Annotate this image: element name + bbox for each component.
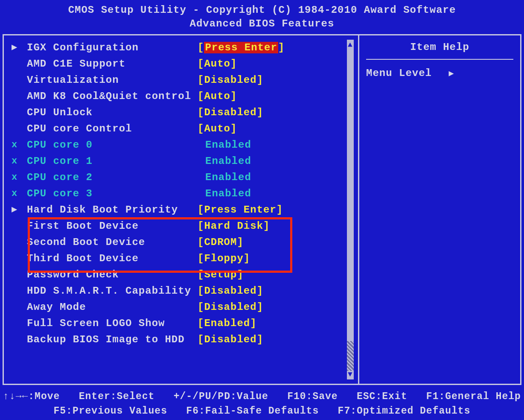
setting-value: Enabled xyxy=(198,153,251,169)
setting-row: xCPU core 0Enabled xyxy=(12,137,344,153)
setting-label: Virtualization xyxy=(27,72,198,88)
disabled-x-icon: x xyxy=(12,186,27,202)
setting-value[interactable]: [Auto] xyxy=(198,88,237,105)
scrollbar[interactable]: ▲ ▼ xyxy=(347,40,354,379)
setting-label: First Boot Device xyxy=(27,218,198,234)
scroll-up-icon[interactable]: ▲ xyxy=(348,41,353,48)
disabled-x-icon: x xyxy=(12,137,27,153)
setting-label: CPU core Control xyxy=(27,121,198,137)
scroll-thumb[interactable] xyxy=(347,341,354,371)
setting-label: IGX Configuration xyxy=(27,40,198,56)
setting-row: xCPU core 2Enabled xyxy=(12,169,344,186)
marker-blank xyxy=(12,218,27,234)
submenu-arrow-icon: ▶ xyxy=(12,40,27,56)
setting-row[interactable]: CPU core Control[Auto] xyxy=(12,121,344,137)
marker-blank xyxy=(12,234,27,251)
setting-row[interactable]: CPU Unlock[Disabled] xyxy=(12,105,344,121)
scroll-down-icon[interactable]: ▼ xyxy=(348,371,353,378)
setting-value: Enabled xyxy=(198,137,251,153)
setting-label: Full Screen LOGO Show xyxy=(27,315,198,332)
help-title: Item Help xyxy=(366,41,513,60)
setting-label: Backup BIOS Image to HDD xyxy=(27,332,198,348)
setting-row[interactable]: ▶IGX Configuration[Press Enter] xyxy=(12,40,344,56)
setting-label: Third Boot Device xyxy=(27,251,198,267)
setting-value[interactable]: [Setup] xyxy=(198,267,244,283)
setting-value[interactable]: [Disabled] xyxy=(198,72,263,88)
marker-blank xyxy=(12,121,27,137)
marker-blank xyxy=(12,251,27,267)
setting-row[interactable]: HDD S.M.A.R.T. Capability[Disabled] xyxy=(12,283,344,299)
setting-value[interactable]: [Disabled] xyxy=(198,283,263,299)
marker-blank xyxy=(12,72,27,88)
marker-blank xyxy=(12,105,27,121)
marker-blank xyxy=(12,315,27,332)
setting-row: xCPU core 3Enabled xyxy=(12,186,344,202)
setting-row[interactable]: Away Mode[Disabled] xyxy=(12,299,344,315)
marker-blank xyxy=(12,332,27,348)
bios-screen: CMOS Setup Utility - Copyright (C) 1984-… xyxy=(0,0,524,420)
marker-blank xyxy=(12,267,27,283)
footer-hints: ↑↓→←:Move Enter:Select +/-/PU/PD:Value F… xyxy=(3,385,521,420)
settings-pane: ▶IGX Configuration[Press Enter]AMD C1E S… xyxy=(4,35,358,384)
setting-label: CPU Unlock xyxy=(27,105,198,121)
marker-blank xyxy=(12,299,27,315)
setting-label: Hard Disk Boot Priority xyxy=(27,202,198,218)
setting-row[interactable]: ▶Hard Disk Boot Priority[Press Enter] xyxy=(12,202,344,218)
setting-row[interactable]: Virtualization[Disabled] xyxy=(12,72,344,88)
setting-row[interactable]: Second Boot Device[CDROM] xyxy=(12,234,344,251)
setting-value: Enabled xyxy=(198,186,251,202)
setting-row[interactable]: Backup BIOS Image to HDD[Disabled] xyxy=(12,332,344,348)
setting-value[interactable]: [Hard Disk] xyxy=(198,218,270,234)
setting-row[interactable]: Password Check[Setup] xyxy=(12,267,344,283)
setting-row[interactable]: First Boot Device[Hard Disk] xyxy=(12,218,344,234)
header-page-title: Advanced BIOS Features xyxy=(3,17,521,31)
header-copyright: CMOS Setup Utility - Copyright (C) 1984-… xyxy=(3,3,521,17)
setting-row: xCPU core 1Enabled xyxy=(12,153,344,169)
setting-value[interactable]: [Press Enter] xyxy=(198,202,283,218)
setting-value: Enabled xyxy=(198,169,251,186)
setting-value[interactable]: [Press Enter] xyxy=(198,40,285,56)
menu-level: Menu Level ▶ xyxy=(366,67,513,79)
marker-blank xyxy=(12,283,27,299)
setting-label: CPU core 1 xyxy=(27,153,198,169)
setting-label: CPU core 3 xyxy=(27,186,198,202)
setting-label: CPU core 2 xyxy=(27,169,198,186)
main-panel: ▶IGX Configuration[Press Enter]AMD C1E S… xyxy=(3,34,521,385)
setting-value[interactable]: [Enabled] xyxy=(198,315,257,332)
disabled-x-icon: x xyxy=(12,169,27,186)
setting-label: Second Boot Device xyxy=(27,234,198,251)
footer-line1: ↑↓→←:Move Enter:Select +/-/PU/PD:Value F… xyxy=(3,391,521,402)
setting-row[interactable]: Third Boot Device[Floppy] xyxy=(12,251,344,267)
menu-level-arrow-icon: ▶ xyxy=(448,69,454,79)
submenu-arrow-icon: ▶ xyxy=(12,202,27,218)
setting-label: Away Mode xyxy=(27,299,198,315)
setting-value[interactable]: [Auto] xyxy=(198,56,237,72)
settings-list[interactable]: ▶IGX Configuration[Press Enter]AMD C1E S… xyxy=(12,40,344,379)
marker-blank xyxy=(12,56,27,72)
setting-label: CPU core 0 xyxy=(27,137,198,153)
setting-row[interactable]: AMD C1E Support[Auto] xyxy=(12,56,344,72)
setting-row[interactable]: AMD K8 Cool&Quiet control[Auto] xyxy=(12,88,344,105)
setting-value[interactable]: [Disabled] xyxy=(198,105,263,121)
setting-value[interactable]: [Disabled] xyxy=(198,332,263,348)
setting-value[interactable]: [Auto] xyxy=(198,121,237,137)
setting-value[interactable]: [Disabled] xyxy=(198,299,263,315)
disabled-x-icon: x xyxy=(12,153,27,169)
help-pane: Item Help Menu Level ▶ xyxy=(358,35,520,384)
setting-label: AMD K8 Cool&Quiet control xyxy=(27,88,198,105)
setting-label: HDD S.M.A.R.T. Capability xyxy=(27,283,198,299)
setting-label: Password Check xyxy=(27,267,198,283)
setting-value[interactable]: [CDROM] xyxy=(198,234,244,251)
bios-header: CMOS Setup Utility - Copyright (C) 1984-… xyxy=(3,2,521,34)
marker-blank xyxy=(12,88,27,105)
menu-level-label: Menu Level xyxy=(366,67,432,79)
footer-line2: F5:Previous Values F6:Fail-Safe Defaults… xyxy=(54,405,471,417)
setting-value[interactable]: [Floppy] xyxy=(198,251,250,267)
setting-label: AMD C1E Support xyxy=(27,56,198,72)
setting-row[interactable]: Full Screen LOGO Show[Enabled] xyxy=(12,315,344,332)
